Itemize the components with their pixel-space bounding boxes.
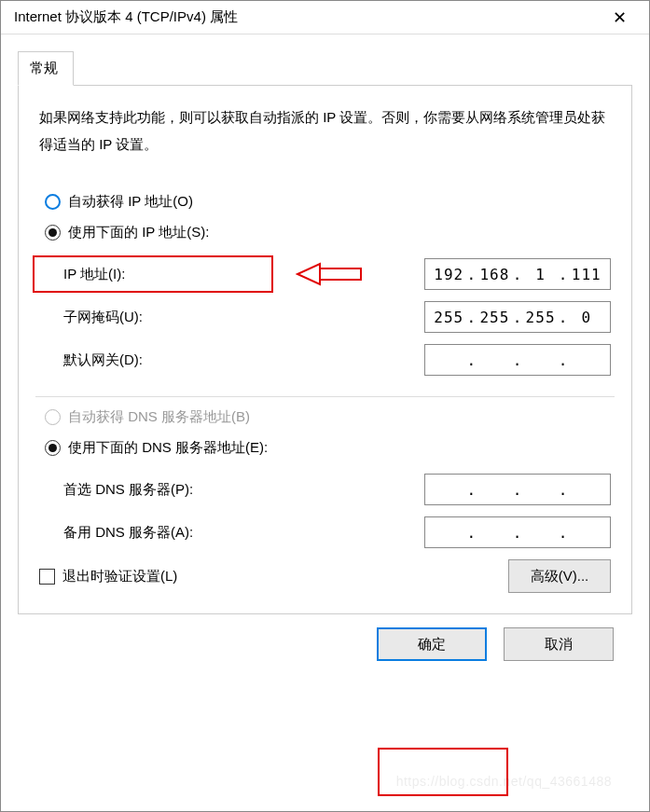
separator [35,396,615,397]
default-gateway-input[interactable]: . . . [424,344,611,376]
alt-dns-input[interactable]: . . . [424,516,611,548]
field-label: 子网掩码(U): [63,309,424,326]
highlight-ok-button [378,748,508,796]
field-label: IP 地址(I): [63,266,424,283]
checkbox-icon [39,569,55,585]
radio-icon [45,409,61,425]
field-label: 首选 DNS 服务器(P): [63,481,424,499]
dialog-footer: 确定 取消 [18,614,632,678]
radio-label: 使用下面的 IP 地址(S): [68,224,209,241]
radio-label: 使用下面的 DNS 服务器地址(E): [68,439,268,457]
radio-dns-auto: 自动获得 DNS 服务器地址(B) [45,408,611,426]
radio-icon [45,440,61,456]
description-text: 如果网络支持此功能，则可以获取自动指派的 IP 设置。否则，你需要从网络系统管理… [39,104,611,158]
radio-icon [45,194,61,210]
pref-dns-input[interactable]: . . . [424,474,611,505]
ip-address-input[interactable]: 192. 168. 1. 111 [424,258,611,290]
tab-panel-general: 如果网络支持此功能，则可以获取自动指派的 IP 设置。否则，你需要从网络系统管理… [18,86,632,614]
radio-label: 自动获得 IP 地址(O) [68,193,193,211]
tab-general[interactable]: 常规 [18,51,74,86]
field-label: 默认网关(D): [63,351,424,369]
tab-strip: 常规 [18,51,632,86]
field-ip-address: IP 地址(I): 192. 168. 1. 111 [63,258,611,290]
radio-ip-auto[interactable]: 自动获得 IP 地址(O) [45,193,611,211]
cancel-button[interactable]: 取消 [504,627,614,661]
radio-ip-manual[interactable]: 使用下面的 IP 地址(S): [45,224,611,241]
subnet-mask-input[interactable]: 255. 255. 255. 0 [424,301,611,333]
close-icon[interactable]: ✕ [601,4,638,32]
radio-dns-manual[interactable]: 使用下面的 DNS 服务器地址(E): [45,439,611,457]
field-default-gateway: 默认网关(D): . . . [63,344,611,376]
radio-label: 自动获得 DNS 服务器地址(B) [68,408,250,426]
field-subnet-mask: 子网掩码(U): 255. 255. 255. 0 [63,301,611,333]
dialog-content: 常规 如果网络支持此功能，则可以获取自动指派的 IP 设置。否则，你需要从网络系… [1,34,649,691]
titlebar: Internet 协议版本 4 (TCP/IPv4) 属性 ✕ [1,1,649,34]
field-label: 备用 DNS 服务器(A): [63,524,424,542]
field-alt-dns: 备用 DNS 服务器(A): . . . [63,516,611,548]
radio-icon [45,225,61,241]
window-title: Internet 协议版本 4 (TCP/IPv4) 属性 [14,8,238,26]
field-pref-dns: 首选 DNS 服务器(P): . . . [63,474,611,505]
advanced-button[interactable]: 高级(V)... [508,559,611,593]
bottom-row: 退出时验证设置(L) 高级(V)... [39,559,611,593]
checkbox-label: 退出时验证设置(L) [62,568,177,585]
validate-on-exit[interactable]: 退出时验证设置(L) [39,568,177,585]
ok-button[interactable]: 确定 [377,627,487,661]
watermark: https://blog.csdn.net/qq_43661488 [396,774,612,789]
